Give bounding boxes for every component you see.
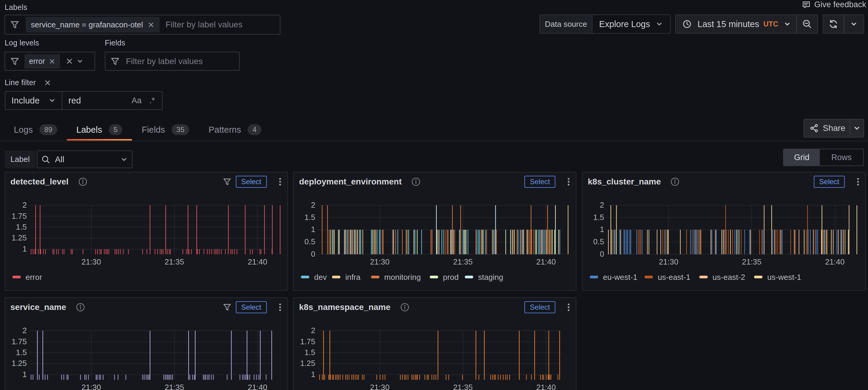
svg-text:0: 0 [600,250,604,259]
svg-text:1.5: 1.5 [305,348,315,357]
svg-text:1.5: 1.5 [593,213,604,222]
svg-text:21:35: 21:35 [453,257,472,266]
svg-text:21:40: 21:40 [248,257,267,266]
svg-text:eu-west-1: eu-west-1 [603,273,637,282]
svg-text:21:30: 21:30 [81,383,101,390]
svg-text:1.25: 1.25 [300,359,315,368]
svg-text:staging: staging [478,273,503,282]
svg-text:1: 1 [311,225,315,234]
svg-text:dev: dev [314,273,327,282]
svg-text:1.5: 1.5 [16,222,27,231]
svg-text:1: 1 [311,370,315,379]
svg-text:21:30: 21:30 [81,257,101,266]
svg-text:1.5: 1.5 [16,348,27,357]
svg-text:21:35: 21:35 [742,257,762,266]
svg-text:2: 2 [600,200,604,209]
svg-text:1.75: 1.75 [300,337,315,346]
svg-text:1: 1 [600,225,604,234]
svg-text:1.25: 1.25 [11,233,27,242]
svg-text:us-east-2: us-east-2 [712,273,745,282]
svg-text:21:35: 21:35 [164,257,184,266]
svg-text:1: 1 [22,370,27,379]
svg-text:21:40: 21:40 [536,383,556,390]
svg-text:us-west-1: us-west-1 [767,273,801,282]
svg-text:us-east-1: us-east-1 [657,273,690,282]
svg-text:0.5: 0.5 [305,237,315,246]
svg-text:2: 2 [22,326,27,335]
svg-text:0: 0 [311,250,315,259]
svg-text:2: 2 [311,200,315,209]
svg-text:21:40: 21:40 [248,383,267,390]
svg-text:1.75: 1.75 [11,212,27,221]
svg-text:monitoring: monitoring [384,273,421,282]
svg-text:error: error [26,273,42,282]
svg-text:2: 2 [22,200,27,209]
svg-text:21:30: 21:30 [370,383,390,390]
svg-text:21:40: 21:40 [536,257,556,266]
svg-text:21:35: 21:35 [164,383,184,390]
svg-text:21:40: 21:40 [825,257,844,266]
svg-text:21:30: 21:30 [370,257,390,266]
svg-text:1: 1 [22,245,27,253]
svg-text:1.75: 1.75 [11,337,27,346]
svg-text:1.5: 1.5 [305,213,315,222]
svg-text:infra: infra [345,273,361,282]
svg-text:2: 2 [311,326,315,335]
svg-text:21:30: 21:30 [659,257,678,266]
svg-text:0.5: 0.5 [593,237,604,246]
svg-text:1.25: 1.25 [11,359,27,368]
svg-text:21:35: 21:35 [453,383,472,390]
svg-text:prod: prod [443,273,459,282]
